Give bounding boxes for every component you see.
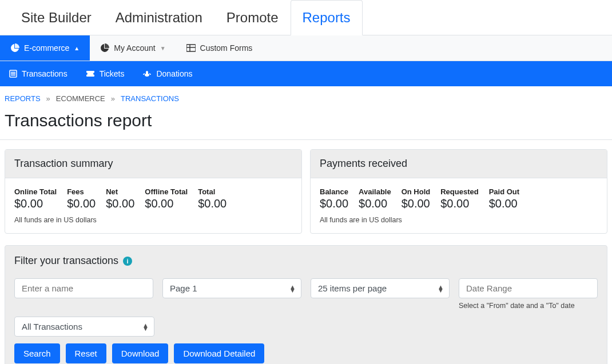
stat-label: Total [198, 187, 226, 196]
subnav2-transactions[interactable]: Transactions [0, 61, 77, 86]
stat: Offline Total$0.00 [145, 187, 188, 210]
reset-button[interactable]: Reset [66, 343, 106, 363]
page-select[interactable]: Page 1 [162, 278, 301, 298]
nav-promote[interactable]: Promote [214, 0, 291, 35]
nav-site-builder[interactable]: Site Builder [9, 0, 104, 35]
stat: Requested$0.00 [440, 187, 478, 210]
stat: Balance$0.00 [320, 187, 348, 210]
stat: Fees$0.00 [67, 187, 96, 210]
breadcrumb-transactions[interactable]: TRANSACTIONS [121, 94, 179, 103]
stat-value: $0.00 [145, 197, 188, 210]
panel-title: Payments received [311, 150, 607, 178]
breadcrumb-ecommerce: ECOMMERCE [56, 94, 105, 103]
subnav-my-account[interactable]: My Account ▼ [90, 35, 176, 61]
stat-label: Online Total [14, 187, 57, 196]
subnav2-label: Transactions [22, 69, 67, 78]
subnav-label: E-commerce [24, 43, 69, 53]
subnav-custom-forms[interactable]: Custom Forms [176, 35, 263, 61]
stat-value: $0.00 [359, 197, 391, 210]
panel-title: Transaction summary [5, 150, 301, 178]
search-button[interactable]: Search [14, 343, 60, 363]
sub-nav-secondary: Transactions Tickets Donations [0, 61, 612, 86]
stat: Paid Out$0.00 [489, 187, 519, 210]
stat-value: $0.00 [198, 197, 226, 210]
subnav2-label: Tickets [100, 69, 125, 78]
stat-value: $0.00 [320, 197, 348, 210]
stat-label: Balance [320, 187, 348, 196]
summary-stats: Online Total$0.00Fees$0.00Net$0.00Offlin… [14, 187, 292, 210]
top-nav: Site Builder Administration Promote Repo… [0, 0, 612, 35]
stat-label: Available [359, 187, 391, 196]
stat-value: $0.00 [402, 197, 431, 210]
nav-administration[interactable]: Administration [104, 0, 214, 35]
breadcrumb-reports[interactable]: REPORTS [5, 94, 41, 103]
list-icon [9, 70, 17, 78]
name-input[interactable] [14, 278, 153, 298]
svg-rect-0 [186, 45, 196, 51]
stat-value: $0.00 [106, 197, 134, 210]
stat-label: Requested [440, 187, 478, 196]
stat-value: $0.00 [489, 197, 519, 210]
currency-note: All funds are in US dollars [320, 216, 598, 224]
payments-received-panel: Payments received Balance$0.00Available$… [310, 149, 607, 234]
subnav-label: My Account [114, 43, 155, 53]
payments-stats: Balance$0.00Available$0.00On Hold$0.00Re… [320, 187, 598, 210]
transaction-summary-panel: Transaction summary Online Total$0.00Fee… [5, 149, 302, 234]
filter-title-text: Filter your transactions [14, 255, 118, 267]
pie-chart-icon [10, 43, 19, 53]
stat-label: Net [106, 187, 134, 196]
stat-label: Offline Total [145, 187, 188, 196]
ticket-icon [86, 70, 95, 78]
grid-icon [186, 43, 196, 53]
filter-panel: Filter your transactions i Page 1 ▲▼ 25 … [5, 245, 607, 364]
nav-reports[interactable]: Reports [291, 0, 363, 35]
per-page-select[interactable]: 25 items per page [311, 278, 450, 298]
transaction-type-select[interactable]: All Transactions [14, 317, 154, 337]
breadcrumb-separator: » [111, 94, 115, 103]
stat: Available$0.00 [359, 187, 391, 210]
subnav2-tickets[interactable]: Tickets [77, 61, 134, 86]
breadcrumb-separator: » [46, 94, 50, 103]
info-icon[interactable]: i [123, 257, 132, 266]
subnav2-label: Donations [156, 69, 192, 78]
date-range-input[interactable] [459, 278, 598, 298]
currency-note: All funds are in US dollars [14, 216, 292, 224]
stat-label: Fees [67, 187, 96, 196]
stat-label: On Hold [402, 187, 431, 196]
breadcrumb: REPORTS » ECOMMERCE » TRANSACTIONS [0, 86, 612, 107]
page-title: Transactions report [0, 107, 612, 140]
stat-value: $0.00 [67, 197, 96, 210]
download-detailed-button[interactable]: Download Detailed [174, 343, 264, 363]
stat-value: $0.00 [14, 197, 57, 210]
stat: Net$0.00 [106, 187, 134, 210]
filter-title: Filter your transactions i [5, 246, 607, 271]
caret-up-icon: ▲ [74, 45, 80, 51]
subnav-label: Custom Forms [200, 43, 253, 53]
stat: Online Total$0.00 [14, 187, 57, 210]
date-helper-text: Select a "From" date and a "To" date [459, 302, 598, 310]
subnav2-donations[interactable]: Donations [133, 61, 201, 86]
download-button[interactable]: Download [112, 343, 169, 363]
subnav-ecommerce[interactable]: E-commerce ▲ [0, 35, 90, 61]
stat: Total$0.00 [198, 187, 226, 210]
sub-nav: E-commerce ▲ My Account ▼ Custom Forms [0, 35, 612, 61]
hands-icon [142, 70, 152, 78]
stat: On Hold$0.00 [402, 187, 431, 210]
pie-chart-icon [100, 43, 109, 53]
stat-label: Paid Out [489, 187, 519, 196]
caret-down-icon: ▼ [160, 45, 166, 51]
stat-value: $0.00 [440, 197, 478, 210]
